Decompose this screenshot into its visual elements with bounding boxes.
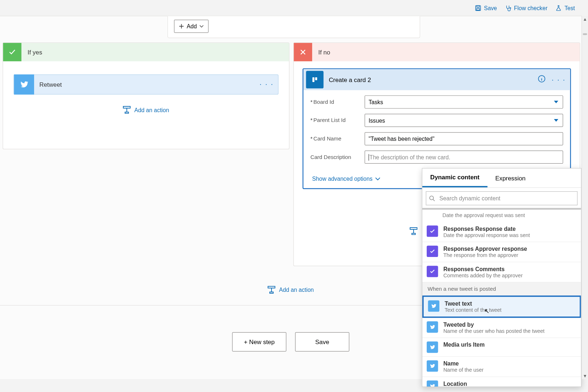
stethoscope-icon (505, 5, 511, 11)
trello-icon (306, 71, 323, 88)
plus-icon (179, 24, 184, 29)
svg-rect-2 (477, 8, 480, 10)
card-name-input[interactable]: "Tweet has been rejected" (365, 132, 563, 145)
parent-list-id-select[interactable]: Issues (365, 114, 563, 127)
create-card-menu-button[interactable]: · · · (547, 76, 570, 84)
list-group-header: When a new tweet is posted (422, 282, 581, 295)
list-item[interactable]: Responses Response dateDate the approval… (422, 222, 581, 242)
insert-icon (123, 106, 131, 114)
twitter-icon (428, 300, 439, 311)
save-icon (475, 5, 481, 11)
close-icon (294, 43, 312, 61)
scroll-up[interactable]: ▲ (582, 17, 588, 21)
list-item[interactable]: Responses CommentsComments added by the … (422, 262, 581, 282)
list-item-tweet-text[interactable]: Tweet textText content of the tweet (422, 295, 581, 318)
list-item[interactable]: Tweeted byName of the user who has poste… (422, 318, 581, 338)
list-item[interactable]: Media urls Item (422, 338, 581, 357)
add-button[interactable]: Add (174, 20, 208, 33)
create-card-header[interactable]: Create a card 2 · · · (303, 69, 570, 90)
check-icon (3, 43, 21, 61)
svg-point-14 (430, 196, 434, 200)
flow-checker-button[interactable]: Flow checker (505, 5, 547, 11)
insert-icon (268, 286, 276, 294)
chevron-down-icon (199, 24, 204, 28)
card-description-input[interactable]: The description of the new card. (365, 151, 563, 164)
show-advanced-options[interactable]: Show advanced options (312, 176, 380, 182)
branch-if-yes: If yes Retweet · · · Add an action (3, 42, 289, 149)
card-description-label: Card Description (310, 154, 351, 160)
board-id-select[interactable]: Tasks (365, 95, 563, 109)
parent-list-id-label: Parent List Id (310, 117, 345, 123)
svg-point-3 (510, 7, 511, 8)
svg-rect-10 (410, 228, 417, 229)
topbar: Save Flow checker Test (0, 0, 588, 16)
branch-no-title: If no (312, 49, 330, 56)
list-item[interactable]: Responses Approver responseThe response … (422, 242, 581, 262)
test-button[interactable]: Test (555, 5, 575, 11)
svg-rect-13 (270, 292, 273, 293)
branch-yes-header[interactable]: If yes (3, 43, 289, 61)
board-id-label: Board Id (310, 99, 334, 105)
twitter-icon (427, 342, 438, 353)
tab-dynamic-content[interactable]: Dynamic content (422, 168, 487, 187)
approvals-icon (427, 225, 438, 237)
list-item[interactable]: NameName of the user (422, 357, 581, 377)
approvals-icon (427, 246, 438, 257)
chevron-down-icon (375, 176, 380, 181)
dynamic-search[interactable] (426, 191, 577, 205)
svg-rect-7 (312, 77, 315, 82)
dynamic-search-input[interactable] (439, 195, 575, 202)
card-name-label: Card Name (310, 136, 341, 142)
scroll-down[interactable]: ▼ (582, 373, 588, 378)
scroll-thumb[interactable] (583, 33, 587, 35)
twitter-icon (427, 321, 438, 332)
list-item-desc-partial: Date the approval request was sent (422, 210, 581, 222)
create-card-title: Create a card 2 (323, 76, 371, 83)
approvals-icon (427, 266, 438, 277)
twitter-icon (14, 74, 34, 94)
twitter-icon (427, 360, 438, 372)
branch-no-header[interactable]: If no (294, 43, 580, 61)
svg-rect-8 (315, 77, 317, 80)
add-step-card: Add (167, 16, 420, 38)
action-title: Retweet (34, 81, 62, 88)
action-menu-button[interactable]: · · · (260, 80, 274, 88)
dynamic-content-list[interactable]: Date the approval request was sent Respo… (422, 208, 581, 387)
new-step-button[interactable]: + New step (232, 332, 286, 351)
tab-expression[interactable]: Expression (487, 168, 533, 187)
svg-rect-11 (412, 233, 415, 235)
save-button[interactable]: Save (475, 5, 497, 11)
svg-rect-5 (125, 112, 129, 114)
dynamic-content-popup: Dynamic content Expression Date the appr… (422, 168, 581, 387)
branch-yes-title: If yes (21, 49, 42, 56)
list-item[interactable]: Location (422, 377, 581, 387)
add-action-no[interactable] (410, 227, 418, 237)
info-icon[interactable] (538, 75, 547, 85)
action-retweet[interactable]: Retweet · · · (13, 74, 278, 94)
flask-icon (555, 5, 562, 11)
add-action-yes[interactable]: Add an action (3, 94, 289, 125)
svg-rect-12 (268, 286, 275, 288)
save-step-button[interactable]: Save (295, 332, 349, 351)
vertical-scrollbar[interactable]: ▲ ▼ (581, 16, 588, 379)
svg-rect-1 (477, 5, 479, 7)
designer-canvas: Add If yes Retweet · · · Add an (0, 16, 581, 379)
svg-rect-4 (123, 106, 130, 108)
twitter-icon (427, 380, 438, 387)
search-icon (429, 195, 435, 201)
